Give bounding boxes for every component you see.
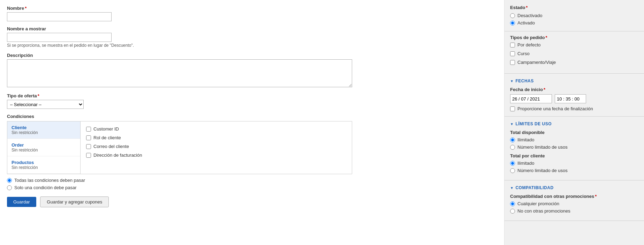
estado-activado-input[interactable] bbox=[510, 21, 515, 25]
hora-input[interactable] bbox=[555, 94, 586, 103]
fechas-section-title: FECHAS bbox=[515, 79, 533, 83]
compatibilidad-no-label: No con otras promociones bbox=[517, 208, 570, 214]
compatibilidad-cualquier-label: Cualquier promoción bbox=[517, 201, 559, 206]
buttons-row: Guardar Guardar y agregar cupones bbox=[7, 196, 497, 207]
checkbox-direccion-facturacion-input[interactable] bbox=[86, 153, 91, 158]
total-cliente-label: Total por cliente bbox=[510, 153, 638, 158]
tipo-oferta-label: Tipo de oferta* bbox=[7, 93, 497, 98]
main-form: Nombre* Nombre a mostrar Si se proporcio… bbox=[0, 0, 505, 245]
compatibilidad-section-title: COMPATIBILIDAD bbox=[515, 185, 553, 190]
fecha-inputs-row bbox=[510, 94, 638, 103]
compatibilidad-section-header: ▼ COMPATIBILIDAD bbox=[510, 185, 638, 190]
nombre-mostrar-input[interactable] bbox=[7, 33, 112, 42]
total-disponible-ilimitado-input[interactable] bbox=[510, 138, 515, 142]
total-disponible-ilimitado: Ilimitado bbox=[510, 137, 638, 142]
tipo-curso-label: Curso bbox=[517, 51, 530, 56]
condiciones-right: Customer ID Rol de cliente Correo del cl… bbox=[81, 121, 352, 174]
side-panel: Estado* Desactivado Activado Tipos de pe… bbox=[505, 0, 644, 245]
tipo-por-defecto-input[interactable] bbox=[510, 43, 515, 47]
checkbox-direccion-facturacion-label: Dirección de facturación bbox=[93, 153, 142, 158]
compatibilidad-section: ▼ COMPATIBILIDAD Compatibilidad con otra… bbox=[505, 180, 644, 221]
total-cliente-limitado-input[interactable] bbox=[510, 168, 515, 173]
fechas-section-header: ▼ FECHAS bbox=[510, 79, 638, 83]
save-button[interactable]: Guardar bbox=[7, 197, 36, 207]
tipos-pedido-label: Tipos de pedido* bbox=[510, 35, 638, 40]
total-cliente-ilimitado-label: Ilimitado bbox=[517, 161, 534, 166]
tipo-campamento-viaje-label: Campamento/Viaje bbox=[517, 60, 556, 65]
tipos-pedido-section: Tipos de pedido* Por defecto Curso Campa… bbox=[505, 31, 644, 74]
limites-section-header: ▼ LÍMITES DE USO bbox=[510, 121, 638, 126]
total-disponible-limitado: Número limitado de usos bbox=[510, 144, 638, 150]
checkbox-rol-cliente-input[interactable] bbox=[86, 135, 91, 140]
total-disponible-label: Total disponible bbox=[510, 130, 638, 135]
total-cliente-ilimitado: Ilimitado bbox=[510, 161, 638, 166]
checkbox-customer-id: Customer ID bbox=[86, 126, 346, 132]
radio-one-condition-input[interactable] bbox=[7, 185, 12, 190]
condiciones-item-cliente-sub: Sin restricción bbox=[12, 130, 76, 135]
nombre-input[interactable] bbox=[7, 12, 112, 21]
compatibilidad-no-input[interactable] bbox=[510, 209, 515, 214]
fecha-fin-checkbox-label: Proporcione una fecha de finalización bbox=[517, 106, 593, 111]
tipo-campamento-viaje: Campamento/Viaje bbox=[510, 60, 638, 65]
compatibilidad-cualquier-input[interactable] bbox=[510, 201, 515, 206]
tipo-oferta-field-group: Tipo de oferta* – Seleccionar – bbox=[7, 93, 497, 109]
fechas-section: ▼ FECHAS Fecha de inicio* Proporcione un… bbox=[505, 74, 644, 117]
nombre-field-group: Nombre* bbox=[7, 6, 497, 21]
radio-one-condition: Solo una condición debe pasar bbox=[7, 185, 497, 190]
estado-activado: Activado bbox=[510, 20, 638, 25]
condiciones-item-productos-sub: Sin restricción bbox=[12, 165, 76, 170]
descripcion-field-group: Descripción bbox=[7, 53, 497, 88]
total-disponible-limitado-input[interactable] bbox=[510, 145, 515, 150]
fecha-fin-checkbox-input[interactable] bbox=[510, 106, 515, 111]
radio-all-conditions-input[interactable] bbox=[7, 178, 12, 183]
estado-desactivado-label: Desactivado bbox=[517, 13, 543, 18]
condiciones-item-cliente[interactable]: Cliente Sin restricción bbox=[7, 121, 80, 139]
compatibilidad-label: Compatibilidad con otras promociones* bbox=[510, 194, 638, 199]
estado-desactivado-input[interactable] bbox=[510, 13, 515, 18]
limites-section-title: LÍMITES DE USO bbox=[515, 121, 552, 126]
total-cliente-limitado: Número limitado de usos bbox=[510, 168, 638, 173]
total-disponible-limitado-label: Número limitado de usos bbox=[517, 144, 568, 150]
condiciones-box: Cliente Sin restricción Order Sin restri… bbox=[7, 121, 352, 174]
tipo-campamento-viaje-input[interactable] bbox=[510, 60, 515, 65]
checkbox-rol-cliente: Rol de cliente bbox=[86, 135, 346, 140]
limites-arrow-icon: ▼ bbox=[510, 122, 514, 126]
checkbox-correo-cliente-input[interactable] bbox=[86, 144, 91, 149]
nombre-mostrar-field-group: Nombre a mostrar Si se proporciona, se m… bbox=[7, 26, 497, 48]
nombre-label: Nombre* bbox=[7, 6, 497, 11]
estado-activado-label: Activado bbox=[517, 20, 535, 25]
save-add-coupons-button[interactable]: Guardar y agregar cupones bbox=[40, 196, 109, 207]
total-cliente-limitado-label: Número limitado de usos bbox=[517, 168, 568, 173]
tipo-por-defecto-label: Por defecto bbox=[517, 42, 541, 47]
checkbox-correo-cliente-label: Correo del cliente bbox=[93, 144, 129, 149]
descripcion-textarea[interactable] bbox=[7, 59, 352, 87]
compatibilidad-cualquier: Cualquier promoción bbox=[510, 201, 638, 206]
checkbox-correo-cliente: Correo del cliente bbox=[86, 144, 346, 149]
condiciones-item-productos-title: Productos bbox=[12, 160, 76, 165]
radio-all-conditions-label: Todas las condiciones deben pasar bbox=[14, 178, 85, 183]
fecha-inicio-label: Fecha de inicio* bbox=[510, 87, 638, 92]
tipo-por-defecto: Por defecto bbox=[510, 42, 638, 47]
checkbox-customer-id-input[interactable] bbox=[86, 127, 91, 132]
checkbox-direccion-facturacion: Dirección de facturación bbox=[86, 153, 346, 158]
estado-label: Estado* bbox=[510, 5, 638, 10]
tipo-oferta-select[interactable]: – Seleccionar – bbox=[7, 100, 84, 109]
tipo-curso-input[interactable] bbox=[510, 51, 515, 56]
checkbox-rol-cliente-label: Rol de cliente bbox=[93, 135, 121, 140]
compatibilidad-arrow-icon: ▼ bbox=[510, 186, 514, 190]
fecha-fin-checkbox: Proporcione una fecha de finalización bbox=[510, 106, 638, 111]
radio-conditions-group: Todas las condiciones deben pasar Solo u… bbox=[7, 178, 497, 190]
radio-all-conditions: Todas las condiciones deben pasar bbox=[7, 178, 497, 183]
descripcion-label: Descripción bbox=[7, 53, 497, 58]
fecha-input[interactable] bbox=[510, 94, 552, 103]
nombre-mostrar-helper: Si se proporciona, se muestra en el pedi… bbox=[7, 43, 497, 48]
condiciones-item-order-sub: Sin restricción bbox=[12, 148, 76, 153]
limites-section: ▼ LÍMITES DE USO Total disponible Ilimit… bbox=[505, 117, 644, 180]
condiciones-item-cliente-title: Cliente bbox=[12, 125, 76, 130]
condiciones-item-order[interactable]: Order Sin restricción bbox=[7, 139, 80, 156]
radio-one-condition-label: Solo una condición debe pasar bbox=[14, 185, 77, 190]
estado-desactivado: Desactivado bbox=[510, 13, 638, 18]
condiciones-item-productos[interactable]: Productos Sin restricción bbox=[7, 156, 80, 174]
total-cliente-ilimitado-input[interactable] bbox=[510, 161, 515, 166]
tipo-curso: Curso bbox=[510, 51, 638, 56]
